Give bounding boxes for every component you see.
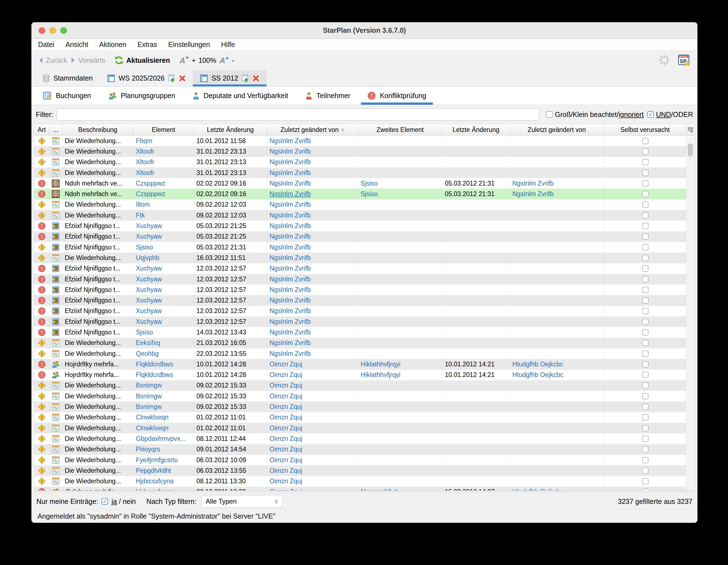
menu-item-extras[interactable]: Extras bbox=[138, 41, 157, 49]
changed-by-link[interactable]: NgsInlm Zvrifb bbox=[270, 201, 311, 208]
table-row[interactable]: !Die Wiederholung...Hjdxcsxfcyna08.12.20… bbox=[34, 476, 686, 487]
self-caused-checkbox[interactable] bbox=[642, 159, 649, 165]
export-icon[interactable] bbox=[168, 74, 175, 82]
element-link[interactable]: Xuchyaw bbox=[136, 286, 162, 293]
self-caused-checkbox[interactable] bbox=[642, 382, 649, 389]
self-caused-checkbox[interactable] bbox=[642, 265, 649, 272]
changed-by-link[interactable]: NgsInlm Zvrifb bbox=[270, 137, 311, 145]
self-caused-checkbox[interactable] bbox=[642, 170, 649, 176]
table-row[interactable]: !Efziixf Njniflggso t...Xuchyaw12.03.201… bbox=[34, 295, 686, 305]
changed-by-link[interactable]: NgsInlm Zvrifb bbox=[270, 158, 311, 166]
my-entries-checkbox[interactable]: ✓ bbox=[101, 498, 108, 505]
menu-item-hilfe[interactable]: Hilfe bbox=[221, 41, 235, 49]
font-minus-label[interactable]: - bbox=[232, 56, 234, 64]
table-row[interactable]: !Die Wiederholung...Xltoofr31.01.2012 23… bbox=[34, 157, 686, 168]
changed-by-link[interactable]: NgsInlm Zvrifb bbox=[270, 244, 311, 251]
table-row[interactable]: !Ndoh mehrfach ve...Czspppwz02.02.2012 0… bbox=[34, 189, 686, 199]
changed-by-link[interactable]: NgsInlm Zvrifb bbox=[270, 190, 311, 198]
self-caused-checkbox[interactable] bbox=[642, 393, 649, 399]
self-caused-checkbox[interactable] bbox=[642, 297, 649, 303]
self-caused-checkbox[interactable] bbox=[642, 404, 649, 410]
changed-by-link[interactable]: NgsInlm Zvrifb bbox=[270, 180, 311, 187]
element-link[interactable]: Xuchyaw bbox=[136, 265, 162, 272]
changed-by-link[interactable]: NgsInlm Zvrifb bbox=[270, 297, 311, 304]
self-caused-checkbox[interactable] bbox=[642, 138, 649, 144]
self-caused-checkbox[interactable] bbox=[642, 318, 649, 325]
element-link[interactable]: Flqkldcrdbws bbox=[136, 371, 173, 379]
changed-by-link[interactable]: Oimzn Zquj bbox=[270, 467, 302, 474]
element-link[interactable]: Hjdxcsxfcyna bbox=[136, 477, 173, 485]
close-icon[interactable] bbox=[179, 75, 186, 82]
table-row[interactable]: !Efziixf Njniflggso t...Sjsiso05.03.2012… bbox=[34, 242, 686, 253]
element-link[interactable]: Xuchyaw bbox=[136, 297, 162, 304]
subtab-planungsgruppen[interactable]: Planungsgruppen bbox=[102, 87, 182, 105]
self-caused-checkbox[interactable] bbox=[642, 489, 649, 491]
column-header-10[interactable]: Selbst verursacht bbox=[604, 124, 687, 135]
changed-by-link[interactable]: NgsInlm Zvrifb bbox=[270, 328, 311, 336]
table-row[interactable]: !Efziixf Njniflggso t...Xuchyaw12.03.201… bbox=[34, 306, 686, 316]
element-link[interactable]: Clnwklxeqn bbox=[136, 424, 169, 432]
column-header-1[interactable]: Art bbox=[34, 124, 49, 135]
table-row[interactable]: !Die Wiederholung...Eeksifxq21.03.2012 1… bbox=[34, 338, 686, 348]
element-link[interactable]: Xuchyaw bbox=[136, 307, 162, 315]
changed-by-link[interactable]: NgsInlm Zvrifb bbox=[270, 212, 311, 219]
changed-by-link[interactable]: Oimzn Zquj bbox=[270, 488, 302, 491]
changed-by-link[interactable]: Oimzn Zquj bbox=[270, 360, 302, 368]
table-row[interactable]: !Efziixf Njniflggso t...Xuchyaw12.03.201… bbox=[34, 284, 686, 295]
table-row[interactable]: !Die Wiederholung...Clnwklxeqn01.02.2012… bbox=[34, 423, 686, 433]
table-row[interactable]: !Die Wiederholung...Iltom09.02.2012 12:0… bbox=[34, 200, 686, 210]
and-or-checkbox[interactable]: ✓ bbox=[647, 111, 654, 118]
changed-by-link[interactable]: Oimzn Zquj bbox=[270, 403, 302, 410]
forward-button[interactable]: Vorwärts bbox=[71, 56, 105, 64]
second-element-link[interactable]: Sjsiso bbox=[361, 190, 378, 198]
vertical-scrollbar[interactable] bbox=[686, 136, 695, 491]
font-increase-icon[interactable]: A bbox=[219, 56, 229, 65]
table-row[interactable]: !Jbdghucg mehrfa...Hjdxcsxfcyna08.12.201… bbox=[34, 487, 686, 491]
table-row[interactable]: !Die Wiederholung...Uqjvphb16.03.2012 11… bbox=[34, 253, 686, 263]
element-link[interactable]: Uqjvphb bbox=[136, 254, 159, 262]
self-caused-checkbox[interactable] bbox=[642, 414, 649, 420]
changed-by-link[interactable]: NgsInlm Zvrifb bbox=[270, 233, 311, 240]
column-header-4[interactable]: Element bbox=[133, 124, 194, 135]
self-caused-checkbox[interactable] bbox=[642, 308, 649, 314]
table-row[interactable]: !Die Wiederholung...Bsnimgw09.02.2012 15… bbox=[34, 380, 686, 391]
tab-ss-2012[interactable]: SS 2012 bbox=[193, 70, 266, 86]
table-row[interactable]: !Die Wiederholung...Xltoofr31.01.2012 23… bbox=[34, 168, 686, 178]
element-link[interactable]: Ftk bbox=[136, 212, 145, 219]
table-row[interactable]: !Die Wiederholung...Piiioyqrs09.01.2012 … bbox=[34, 444, 686, 455]
element-link[interactable]: Flqkldcrdbws bbox=[136, 360, 173, 368]
self-caused-checkbox[interactable] bbox=[642, 350, 649, 357]
self-caused-checkbox[interactable] bbox=[642, 255, 649, 261]
table-row[interactable]: !Die Wiederholung...Clnwklxeqn01.02.2012… bbox=[34, 412, 686, 423]
self-caused-checkbox[interactable] bbox=[642, 233, 649, 240]
self-caused-checkbox[interactable] bbox=[642, 244, 649, 251]
zoom-window-button[interactable] bbox=[60, 27, 67, 34]
changed-by-link[interactable]: NgsInlm Zvrifb bbox=[270, 148, 311, 155]
second-element-link[interactable]: Hiklathhvfjrqyi bbox=[361, 371, 400, 379]
element-link[interactable]: Xltoofr bbox=[136, 158, 154, 166]
close-window-button[interactable] bbox=[39, 27, 45, 34]
changed-by-link[interactable]: NgsInlm Zvrifb bbox=[270, 169, 311, 177]
self-caused-checkbox[interactable] bbox=[642, 340, 649, 346]
self-caused-checkbox[interactable] bbox=[642, 223, 649, 229]
second-changed-by-link[interactable]: NgsInlm Zvrifb bbox=[512, 190, 554, 198]
self-caused-checkbox[interactable] bbox=[642, 446, 649, 452]
changed-by-link[interactable]: Oimzn Zquj bbox=[270, 382, 302, 389]
element-link[interactable]: Xuchyaw bbox=[136, 233, 162, 240]
minimize-window-button[interactable] bbox=[49, 27, 56, 34]
column-header-9[interactable]: Zuletzt geändert von bbox=[510, 124, 604, 135]
table-row[interactable]: !Die Wiederholung...Bsnimgw09.02.2012 15… bbox=[34, 401, 686, 412]
menu-item-aktionen[interactable]: Aktionen bbox=[99, 41, 126, 49]
tab-ws-2025-2026[interactable]: WS 2025/2026 bbox=[100, 70, 193, 86]
self-caused-checkbox[interactable] bbox=[642, 148, 649, 155]
menu-item-einstellungen[interactable]: Einstellungen bbox=[168, 41, 210, 49]
second-changed-by-link[interactable]: Htudgfhb Oejkcbc bbox=[512, 488, 563, 491]
second-element-link[interactable]: Mggixasfdbrh bbox=[361, 488, 399, 491]
column-header-5[interactable]: Letzte Änderung bbox=[194, 124, 267, 135]
changed-by-link[interactable]: Oimzn Zquj bbox=[270, 371, 302, 379]
table-row[interactable]: !Efziixf Njniflggso t...Xuchyaw12.03.201… bbox=[34, 274, 686, 284]
table-row[interactable]: !Ndoh mehrfach ve...Czspppwz02.02.2012 0… bbox=[34, 178, 686, 189]
second-changed-by-link[interactable]: Htudgfhb Oejkcbc bbox=[512, 360, 563, 368]
column-picker-button[interactable] bbox=[687, 124, 695, 135]
changed-by-link[interactable]: NgsInlm Zvrifb bbox=[270, 254, 311, 262]
